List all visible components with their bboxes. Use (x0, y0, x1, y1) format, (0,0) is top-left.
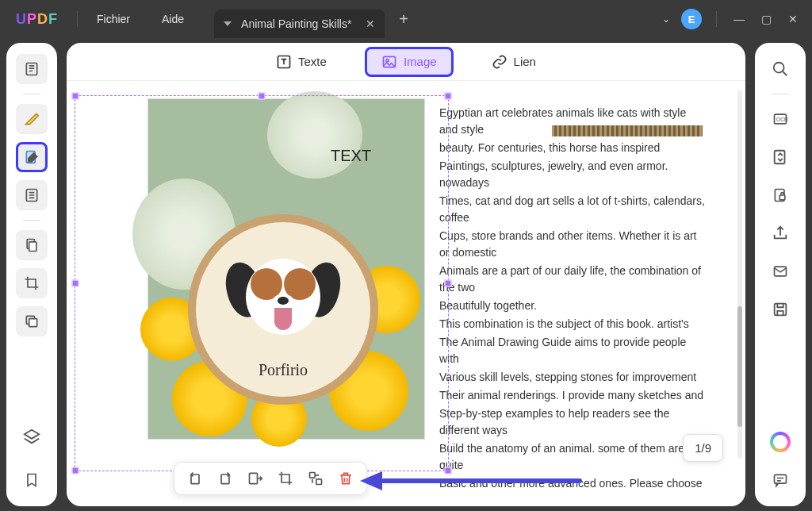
comment-tool[interactable] (16, 104, 48, 134)
svg-text:OCR: OCR (776, 117, 788, 122)
reader-tool[interactable] (16, 54, 48, 84)
maximize-button[interactable]: ▢ (758, 13, 774, 25)
minimize-button[interactable]: — (731, 13, 747, 25)
edit-text-tab[interactable]: Texte (262, 49, 341, 75)
delete-button[interactable] (338, 471, 354, 486)
right-sidebar: OCR (755, 43, 806, 506)
bookmark-icon[interactable] (16, 465, 48, 495)
separator (77, 11, 78, 27)
new-tab-button[interactable]: + (385, 10, 423, 29)
page-tools[interactable] (16, 230, 48, 260)
signature-text: Porfirio (259, 361, 308, 379)
svg-rect-6 (29, 319, 37, 327)
scrollbar-thumb[interactable] (737, 306, 742, 427)
protect-icon[interactable] (764, 180, 796, 210)
extract-button[interactable] (247, 471, 263, 486)
search-icon[interactable] (764, 54, 796, 84)
edit-text-label: Texte (298, 55, 327, 68)
edit-mode-tabs: Texte Image Lien (67, 43, 745, 81)
embroidery-hoop: Porfirio (188, 214, 378, 405)
edit-image-tab[interactable]: Image (365, 47, 454, 77)
embedded-image[interactable]: Porfirio TEXT (147, 98, 425, 440)
close-window-button[interactable]: ✕ (785, 13, 801, 25)
svg-rect-21 (250, 473, 258, 483)
svg-rect-10 (775, 151, 785, 164)
document-page[interactable]: Porfirio TEXT Egyptian art celebrates an… (76, 86, 734, 495)
share-icon[interactable] (764, 218, 796, 248)
crop-image-button[interactable] (278, 471, 293, 486)
notes-panel-icon[interactable] (764, 465, 796, 495)
layers-icon[interactable] (16, 422, 48, 452)
annotation-arrow (360, 471, 582, 490)
menu-file[interactable]: Fichier (81, 13, 146, 25)
svg-point-18 (386, 59, 389, 61)
ai-icon[interactable] (770, 432, 791, 452)
tab-title: Animal Painting Skills* (241, 17, 351, 30)
replace-button[interactable] (308, 471, 324, 486)
image-edit-toolbar (174, 462, 367, 495)
page-counter[interactable]: 1/9 (683, 434, 723, 462)
tab-dropdown-icon[interactable] (224, 21, 232, 26)
convert-icon[interactable] (764, 142, 796, 172)
svg-point-7 (774, 63, 784, 73)
organize-tool[interactable] (16, 180, 48, 210)
workspace: OCR Texte Image Lien (0, 38, 812, 511)
ocr-icon[interactable]: OCR (764, 104, 796, 134)
edit-link-label: Lien (514, 55, 536, 68)
document-tab[interactable]: Animal Painting Skills* ✕ (214, 10, 385, 38)
svg-rect-15 (775, 474, 787, 483)
watermark-tool[interactable] (16, 306, 48, 336)
canvas-area: Texte Image Lien (67, 43, 745, 506)
edit-link-tab[interactable]: Lien (477, 49, 550, 75)
edit-tool[interactable] (16, 142, 48, 172)
svg-rect-23 (316, 479, 322, 485)
rotate-right-button[interactable] (217, 471, 233, 486)
left-sidebar (6, 43, 57, 506)
document-text[interactable]: Egyptian art celebrates animals like cat… (439, 94, 707, 495)
save-icon[interactable] (764, 294, 796, 325)
avatar[interactable]: E (681, 9, 702, 29)
email-icon[interactable] (764, 256, 796, 286)
crop-tool[interactable] (16, 268, 48, 298)
text-overlay[interactable]: TEXT (331, 147, 371, 165)
titlebar: UPDF Fichier Aide Animal Painting Skills… (0, 0, 812, 38)
edit-image-label: Image (404, 55, 437, 68)
decorative-strip (552, 125, 703, 136)
separator (716, 11, 717, 27)
app-logo: UPDF (0, 11, 74, 28)
svg-rect-14 (775, 304, 787, 316)
dog-illustration (232, 259, 335, 346)
rotate-left-button[interactable] (187, 471, 203, 486)
svg-rect-22 (310, 473, 316, 478)
chevron-down-icon[interactable]: ⌄ (662, 13, 670, 25)
svg-rect-12 (779, 195, 785, 200)
menu-help[interactable]: Aide (146, 13, 200, 25)
svg-rect-4 (29, 242, 36, 252)
titlebar-right: ⌄ E — ▢ ✕ (662, 9, 812, 29)
close-tab-icon[interactable]: ✕ (366, 17, 375, 30)
